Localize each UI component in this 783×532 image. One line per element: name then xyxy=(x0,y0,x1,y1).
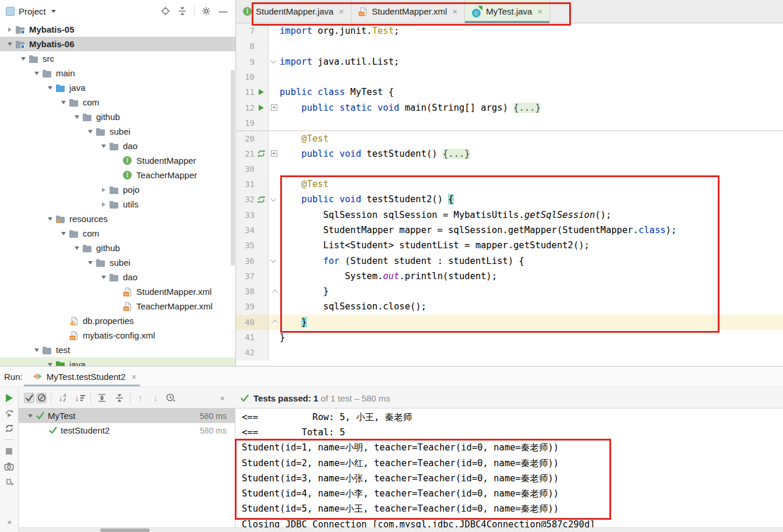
expand-arrow-icon[interactable] xyxy=(88,130,93,133)
code-line[interactable]: 9import java.util.List; xyxy=(236,54,783,69)
rerun-failed-icon[interactable] xyxy=(4,408,15,418)
expand-arrow-icon[interactable] xyxy=(34,72,39,75)
code-line[interactable]: 7import org.junit.Test; xyxy=(236,23,783,38)
project-tree-item[interactable]: subei xyxy=(0,255,235,270)
project-tree-item[interactable]: db.properties xyxy=(0,313,235,328)
expand-arrow-icon[interactable] xyxy=(61,232,66,235)
sort-by-duration-icon[interactable]: ↓ xyxy=(73,393,86,403)
project-tree-item[interactable]: test xyxy=(0,343,235,357)
code-line[interactable]: 12+ public static void main(String[] arg… xyxy=(236,100,783,115)
code-line[interactable]: 35 List<Student> studentList = mapper.ge… xyxy=(236,238,783,253)
code-line[interactable]: 36 for (Student student : studentList) { xyxy=(236,253,783,268)
project-tree-item[interactable]: subei xyxy=(0,124,235,139)
code-editor[interactable]: 7import org.junit.Test;89import java.uti… xyxy=(236,23,783,366)
collapse-arrow-icon[interactable] xyxy=(102,202,105,207)
collapse-all-icon[interactable] xyxy=(113,393,126,403)
scrollbar-thumb[interactable] xyxy=(100,529,150,532)
project-tree-item[interactable]: resources xyxy=(0,212,235,226)
code-line[interactable]: 32 public void testStudent2() { xyxy=(236,192,783,207)
expand-arrow-icon[interactable] xyxy=(34,348,39,352)
fold-expand-icon[interactable]: + xyxy=(271,150,277,157)
collapse-arrow-icon[interactable] xyxy=(8,27,12,32)
project-tree-item[interactable]: github xyxy=(0,241,235,255)
project-tree-item[interactable]: dao xyxy=(0,139,235,153)
close-icon[interactable]: × xyxy=(537,6,542,16)
test-tree-item[interactable]: MyTest580 ms xyxy=(19,408,235,423)
run-configuration-tab[interactable]: MyTest.testStudent2 × xyxy=(33,367,137,386)
rerun-icon[interactable] xyxy=(4,393,15,403)
code-line[interactable]: 39 sqlSession.close(); xyxy=(236,299,783,314)
hide-panel-icon[interactable]: — xyxy=(217,5,230,17)
show-ignored-icon[interactable] xyxy=(36,393,47,403)
code-line[interactable]: 33 SqlSession sqlSession = MybatisUtils.… xyxy=(236,207,783,223)
fold-end-icon[interactable] xyxy=(272,320,278,326)
console-horizontal-scrollbar[interactable] xyxy=(0,527,783,532)
project-tree-item[interactable]: java xyxy=(0,80,235,95)
project-tree-item[interactable]: com xyxy=(0,95,235,110)
project-tree-item[interactable]: utils xyxy=(0,197,235,212)
toggle-auto-test-icon[interactable] xyxy=(4,423,15,434)
more-icon[interactable]: » xyxy=(217,393,227,403)
code-line[interactable]: 19 xyxy=(236,115,783,131)
show-passed-icon[interactable] xyxy=(24,393,34,403)
run-class-icon[interactable] xyxy=(259,89,264,95)
chevron-down-icon[interactable] xyxy=(51,10,56,13)
project-tree-item[interactable]: IStudentMapper xyxy=(0,153,235,168)
test-history-icon[interactable] xyxy=(165,393,176,403)
code-line[interactable]: 8 xyxy=(236,38,783,54)
project-tree-item[interactable]: src xyxy=(0,51,235,66)
editor-tab[interactable]: <>StudentMapper.xml× xyxy=(351,0,465,23)
code-line[interactable]: 41} xyxy=(236,330,783,345)
code-line[interactable]: 31 @Test xyxy=(236,177,783,192)
test-tree-item[interactable]: testStudent2580 ms xyxy=(19,423,235,438)
previous-failed-icon[interactable]: ↑ xyxy=(135,393,146,403)
project-tree-item[interactable]: java xyxy=(0,357,235,366)
project-tree-item[interactable]: ITeacherMapper xyxy=(0,168,235,182)
fold-expand-icon[interactable]: + xyxy=(271,104,277,111)
expand-all-icon[interactable] xyxy=(96,393,108,403)
expand-arrow-icon[interactable] xyxy=(48,86,52,90)
expand-arrow-icon[interactable] xyxy=(101,276,106,279)
project-panel-title[interactable]: Project xyxy=(19,6,46,16)
locate-icon[interactable] xyxy=(159,5,172,17)
code-line[interactable]: 21+ public void testStudent() {...} xyxy=(236,146,783,161)
project-tree-item[interactable]: <>StudentMapper.xml xyxy=(0,284,235,299)
fold-collapse-icon[interactable] xyxy=(270,58,276,64)
thread-dump-icon[interactable] xyxy=(4,461,15,471)
code-line[interactable]: 34 StudentMapper mapper = sqlSession.get… xyxy=(236,223,783,238)
expand-arrow-icon[interactable] xyxy=(21,57,26,61)
project-tree-item[interactable]: com xyxy=(0,226,235,241)
more-icon[interactable]: » xyxy=(7,517,10,526)
project-tree-scrollbar[interactable] xyxy=(231,70,235,266)
code-line[interactable]: 10 xyxy=(236,69,783,84)
next-failed-icon[interactable]: ↓ xyxy=(150,393,161,403)
expand-arrow-icon[interactable] xyxy=(75,246,79,250)
project-tree-item[interactable]: main xyxy=(0,66,235,80)
editor-tab[interactable]: cMyTest.java× xyxy=(465,0,550,23)
stop-icon[interactable] xyxy=(4,446,15,456)
code-line[interactable]: 40 } xyxy=(236,315,783,330)
sort-alphabetically-icon[interactable]: ↓az xyxy=(56,393,69,403)
project-tree-item[interactable]: pojo xyxy=(0,182,235,197)
fold-end-icon[interactable] xyxy=(272,290,278,295)
expand-arrow-icon[interactable] xyxy=(88,261,93,265)
close-icon[interactable]: × xyxy=(452,6,457,16)
editor-tab[interactable]: IStudentMapper.java× xyxy=(236,0,351,23)
project-tree-item[interactable]: Mybatis-06 xyxy=(0,37,235,51)
fold-collapse-icon[interactable] xyxy=(270,257,276,263)
settings-gear-icon[interactable] xyxy=(200,5,213,17)
close-icon[interactable]: × xyxy=(338,6,344,16)
expand-arrow-icon[interactable] xyxy=(75,115,79,119)
attach-debugger-icon[interactable] xyxy=(4,476,15,487)
console-output[interactable]: <== Row: 5, 小王, 秦老师<== Total: 5Student(i… xyxy=(236,408,783,527)
collapse-arrow-icon[interactable] xyxy=(102,188,105,192)
collapse-all-icon[interactable] xyxy=(176,5,189,17)
project-tree-item[interactable]: github xyxy=(0,110,235,124)
code-line[interactable]: 11public class MyTest { xyxy=(236,84,783,100)
project-tree-item[interactable]: Mybatis-05 xyxy=(0,22,235,37)
expand-arrow-icon[interactable] xyxy=(61,101,66,104)
project-tree-item[interactable]: dao xyxy=(0,270,235,284)
expand-arrow-icon[interactable] xyxy=(101,145,106,148)
fold-collapse-icon[interactable] xyxy=(270,196,276,202)
code-line[interactable]: 38 } xyxy=(236,284,783,299)
